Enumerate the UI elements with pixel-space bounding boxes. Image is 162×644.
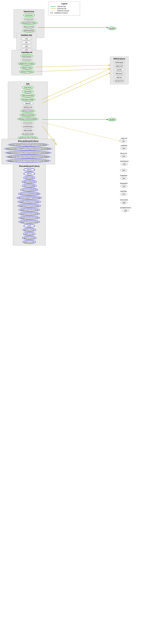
pr01-swap-exact-tokens-eth[interactable]: swapExactTokensForETH: [18, 216, 40, 220]
internal-call-label: Internal Call: [57, 6, 66, 7]
ether-limit-group: etherLimit mul: [120, 152, 127, 158]
pr01-factory[interactable]: factory: [23, 168, 35, 172]
pr01-weth[interactable]: WETH: [23, 172, 35, 176]
available-tokens-sub: sub: [122, 209, 129, 212]
ierc20-transfer[interactable]: transfer: [114, 68, 125, 71]
svg-line-7: [42, 122, 120, 141]
payable-2: payable: [108, 118, 116, 121]
ierc20-total-supply[interactable]: totalSupply: [114, 61, 125, 64]
ether-raised-label: etherRaised: [120, 160, 129, 162]
undefined-contract-label: Undefined Contract: [54, 12, 68, 14]
svg-line-2: [36, 65, 110, 67]
pr01-swap-tokens-exact[interactable]: swapTokensForExactTokens: [17, 204, 41, 208]
ierc20-allowance[interactable]: allowance: [114, 72, 125, 75]
sale-end-sale-early[interactable]: endSaleEarly: [21, 125, 34, 128]
sale-constructor[interactable]: <Constructor>: [21, 121, 34, 124]
legend-row-defined: Defined Contract: [50, 10, 78, 12]
sf-withdraw-ether[interactable]: withdrawEther: [22, 29, 36, 32]
sf-constructor[interactable]: <Constructor>: [22, 18, 36, 20]
pr01-remove-liquidity[interactable]: removeLiquidity: [22, 184, 36, 188]
sale-abruptly-end-sale[interactable]: abruptlyEndSale: [20, 132, 35, 136]
sale-ratio-mul: mul: [120, 147, 127, 150]
pancake-router01-title: IPancakeRouter01 (iface): [14, 165, 44, 167]
sale-active-sale[interactable]: activeSale: [22, 90, 33, 93]
mul-standalone: mul: [120, 169, 127, 172]
ll-release-lp-tokens[interactable]: releaseLPTokens: [19, 70, 34, 74]
sm-mul[interactable]: mul: [21, 37, 32, 40]
ll-constructor[interactable]: <Constructor>: [20, 58, 33, 62]
undefined-contract-rect: [50, 12, 53, 14]
tokens-sold-add: add: [120, 201, 128, 204]
pr01-add-liquidity-eth[interactable]: addLiquidityETH: [22, 180, 37, 184]
available-tokens-label: availableTokens: [120, 207, 131, 208]
pr02-swap-exact-eth[interactable]: swapExactETHForTokensSupportingFeeOnTran…: [6, 155, 51, 158]
ierc20-transfer-from[interactable]: transferFrom: [113, 79, 125, 82]
liquidity-lock-title: LiquidityLock: [13, 52, 41, 54]
pr01-remove-liquidity-eth-permit[interactable]: removeLiquidityETHWithPermit: [17, 196, 42, 200]
pr02-swap-exact-tokens-eth[interactable]: swapExactTokensForETHSupportingFeeOnTran…: [6, 159, 51, 162]
sf-only-owner[interactable]: onlyOwner: [23, 14, 35, 17]
ierc20-balance-of[interactable]: balanceOf: [114, 64, 125, 68]
sale-emergency-withdraw-ether[interactable]: emergencyWithdrawEther: [17, 117, 39, 121]
sf-deploy-contract[interactable]: deployContract: [22, 25, 36, 28]
pr01-quote[interactable]: quote: [23, 224, 35, 228]
ll-initiate-lockup[interactable]: initiateLockup: [20, 66, 33, 70]
sale-ratio-2-group: saleRatio mul: [120, 190, 127, 196]
sale-withdraw-sale-ether[interactable]: withdrawSaleEther: [19, 113, 36, 117]
pr01-add-liquidity[interactable]: addLiquidity: [23, 176, 35, 180]
sale-only-owner[interactable]: onlyOwner: [22, 86, 33, 89]
sale-ratio-label: _saleRatio: [120, 144, 128, 146]
sale-deposit[interactable]: deposit: [22, 102, 33, 105]
sf-change-native-token[interactable]: changeNativeToken: [20, 21, 38, 24]
pr01-swap-exact-tokens[interactable]: swapExactTokensForTokens: [17, 200, 41, 204]
sale-limit-div: div: [120, 140, 127, 142]
pr01-swap-exact-eth[interactable]: swapExactETHForTokens: [18, 208, 40, 212]
pr01-swap-eth-exact[interactable]: swapETHForExactTokens: [18, 220, 40, 224]
external-call-label: External Call: [57, 8, 66, 10]
ierc20-box: IERC20 (iface) totalSupply balanceOf tra…: [110, 56, 129, 84]
pr01-remove-liquidity-eth[interactable]: removeLiquidityETH: [20, 188, 38, 192]
pr02-remove-liquidity-eth[interactable]: removeLiquidityETHSupportingFeeOnTransfe…: [8, 143, 49, 146]
liquidity-eth-group: liquidityEth mul: [120, 182, 128, 188]
legend-row-external: External Call: [50, 8, 78, 10]
pr01-get-amount-out[interactable]: getAmountOut: [22, 228, 36, 232]
pr02-swap-exact-tokens[interactable]: swapExactTokensForTokensSupportingFeeOnT…: [5, 151, 52, 154]
payable-node-2: payable: [108, 118, 116, 122]
sale-tokens-unlocked[interactable]: tokensUnlocked: [20, 94, 35, 97]
sale-box: Sale onlyOwner activeSale tokensUnlocked…: [8, 82, 48, 142]
pr01-get-amount-in[interactable]: getAmountIn: [23, 232, 35, 236]
legend-row-internal: Internal Call: [50, 6, 78, 7]
pr01-get-amounts-in[interactable]: getAmountsIn: [23, 240, 36, 244]
sale-ratio-2-mul: mul: [120, 193, 127, 196]
sale-emergency-state[interactable]: emergencyState: [20, 98, 35, 101]
pr01-get-amounts-out[interactable]: getAmountsOut: [22, 236, 36, 240]
svg-line-5: [42, 69, 110, 100]
swap-ratio-group: swapRatio mul: [120, 175, 127, 180]
ll-initialize-assossiation[interactable]: initializeAssossiation: [18, 62, 36, 66]
safemath-title: SafeMath (lib): [18, 34, 35, 36]
payable-1: payable: [108, 27, 116, 30]
ierc20-approve[interactable]: approve: [114, 76, 125, 79]
sale-get-approval[interactable]: getApproval: [22, 106, 34, 109]
sale-limit-group: _saleLimit div: [120, 138, 127, 143]
sale-ratio-2-label: saleRatio: [120, 190, 127, 192]
pancake-router02-title: IPancakeRouter02 (iface): [3, 140, 54, 142]
pancake-router02-box: IPancakeRouter02 (iface) removeLiquidity…: [1, 139, 55, 164]
sm-sub[interactable]: sub: [21, 44, 32, 48]
sm-div[interactable]: div: [21, 41, 32, 44]
pr01-remove-liquidity-permit[interactable]: removeLiquidityWithPermit: [18, 192, 40, 196]
svg-line-3: [36, 69, 110, 72]
sale-add-liquidity[interactable]: addLiquidity: [22, 129, 34, 132]
internal-call-line: [50, 6, 56, 6]
sale-ratio-group: _saleRatio mul: [120, 144, 128, 150]
ether-raised-sub: sub: [121, 162, 128, 166]
ierc20-title: IERC20 (iface): [111, 58, 127, 60]
pr02-remove-liquidity-eth-permit[interactable]: removeLiquidityETHWithPermitSupportingFe…: [4, 147, 52, 150]
defined-contract-label: Defined Contract: [57, 10, 69, 12]
pr01-swap-tokens-exact-eth[interactable]: swapTokensForExactETH: [18, 212, 40, 216]
sale-limit-label: _saleLimit: [120, 138, 127, 139]
legend-title: Legend: [50, 3, 78, 5]
ll-only-deployer[interactable]: onlyDeployer: [20, 54, 33, 58]
sale-withdraw-tokens[interactable]: withdrawTokens: [20, 109, 35, 113]
mul-standalone-group: mul: [120, 168, 127, 172]
